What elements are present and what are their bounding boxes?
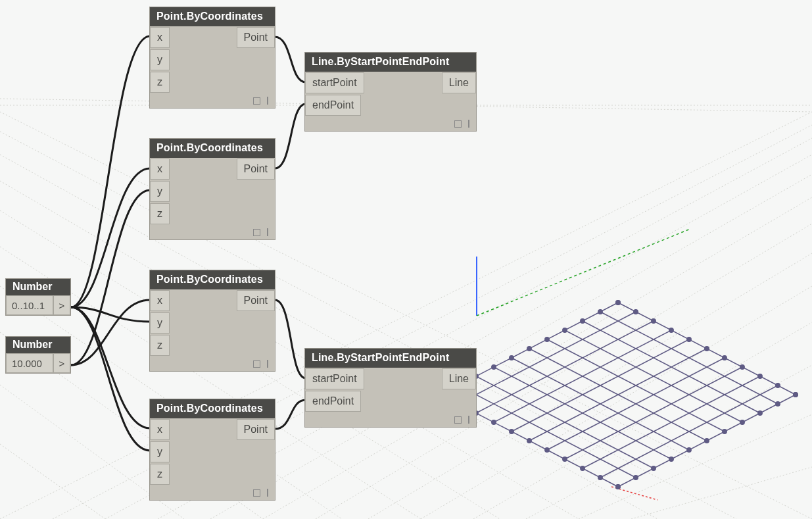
svg-line-22 [0,444,105,519]
node-point-bycoordinates-3[interactable]: Point.ByCoordinates x Point y z [149,270,275,372]
preview-toggle-icon[interactable] [253,489,260,497]
output-point[interactable]: Point [237,290,275,311]
svg-point-83 [776,402,780,406]
svg-point-54 [776,383,780,387]
svg-line-8 [421,286,812,519]
geometry-output [439,301,798,489]
svg-point-90 [616,301,620,305]
input-y[interactable]: y [150,312,170,334]
node-title: Point.ByCoordinates [150,270,275,289]
node-number-range[interactable]: Number 0..10..1 > [5,278,71,316]
svg-line-16 [0,181,579,519]
menu-icon[interactable] [267,489,268,497]
input-y[interactable]: y [150,49,170,70]
svg-line-11 [579,414,812,519]
input-startpoint[interactable]: startPoint [305,72,364,93]
node-title: Point.ByCoordinates [150,399,275,418]
svg-point-86 [634,310,638,314]
input-endpoint[interactable]: endPoint [305,95,361,116]
node-title: Number [6,279,70,295]
svg-point-82 [652,319,656,323]
output-point[interactable]: Point [237,419,275,440]
svg-point-80 [581,319,585,323]
svg-point-78 [669,328,673,332]
preview-toggle-icon[interactable] [253,360,260,368]
svg-line-15 [0,155,657,519]
number-value[interactable]: 10.000 [6,353,53,373]
output-port[interactable]: > [53,353,70,373]
svg-point-72 [545,337,549,341]
input-endpoint[interactable]: endPoint [305,391,361,412]
preview-toggle-icon[interactable] [253,229,260,236]
input-z[interactable]: z [150,464,170,485]
svg-point-77 [492,420,496,424]
svg-point-70 [705,347,709,351]
svg-point-51 [634,476,638,480]
svg-point-74 [687,337,691,341]
svg-point-73 [510,430,513,433]
output-point[interactable]: Point [237,27,275,48]
menu-icon[interactable] [267,228,268,236]
node-title: Point.ByCoordinates [150,139,275,158]
output-line[interactable]: Line [442,368,476,389]
preview-toggle-icon[interactable] [253,97,260,105]
node-title: Number [6,337,70,353]
svg-point-68 [527,347,531,351]
node-point-bycoordinates-1[interactable]: Point.ByCoordinates x Point y z [149,7,275,109]
svg-point-76 [563,328,567,332]
menu-icon[interactable] [267,360,268,368]
node-title: Point.ByCoordinates [150,7,275,26]
svg-point-61 [563,457,567,461]
svg-point-66 [723,356,727,360]
input-x[interactable]: x [150,419,170,440]
input-y[interactable]: y [150,441,170,462]
svg-point-87 [794,393,798,397]
input-z[interactable]: z [150,335,170,356]
node-number-constant[interactable]: Number 10.000 > [5,336,71,374]
svg-point-58 [758,374,762,378]
input-x[interactable]: x [150,27,170,48]
svg-point-69 [527,439,531,443]
menu-icon[interactable] [468,120,469,128]
node-point-bycoordinates-2[interactable]: Point.ByCoordinates x Point y z [149,138,275,240]
node-line-bystartendpoint-1[interactable]: Line.ByStartPointEndPoint startPoint Lin… [304,52,477,132]
svg-point-65 [545,448,549,452]
input-y[interactable]: y [150,181,170,202]
menu-icon[interactable] [468,416,469,424]
svg-point-64 [510,356,513,360]
svg-point-60 [492,365,496,369]
node-point-bycoordinates-4[interactable]: Point.ByCoordinates x Point y z [149,399,275,501]
input-z[interactable]: z [150,72,170,93]
input-startpoint[interactable]: startPoint [305,368,364,389]
preview-toggle-icon[interactable] [454,120,462,128]
svg-point-59 [669,457,673,461]
svg-point-55 [652,466,656,470]
svg-point-71 [723,430,727,433]
menu-icon[interactable] [267,97,268,105]
svg-point-67 [705,439,709,443]
svg-point-63 [687,448,691,452]
preview-toggle-icon[interactable] [454,416,462,424]
number-value[interactable]: 0..10..1 [6,295,53,315]
svg-point-53 [598,476,602,480]
output-port[interactable]: > [53,295,70,315]
svg-point-84 [598,310,602,314]
svg-line-4 [210,174,812,519]
svg-point-79 [758,411,762,415]
output-point[interactable]: Point [237,159,275,180]
output-line[interactable]: Line [442,72,476,93]
svg-point-62 [740,365,744,369]
input-z[interactable]: z [150,203,170,224]
axis-y [477,229,690,316]
node-title: Line.ByStartPointEndPoint [305,53,476,72]
svg-point-75 [740,420,744,424]
svg-point-49 [616,485,620,489]
input-x[interactable]: x [150,159,170,180]
node-line-bystartendpoint-2[interactable]: Line.ByStartPointEndPoint startPoint Lin… [304,348,477,428]
input-x[interactable]: x [150,290,170,311]
svg-point-57 [581,466,585,470]
node-title: Line.ByStartPointEndPoint [305,349,476,368]
